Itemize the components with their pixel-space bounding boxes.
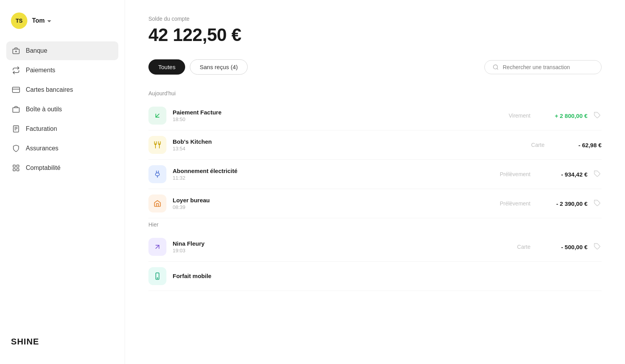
tag-icon[interactable]	[594, 112, 602, 120]
transaction-amount: - 62,98 €	[551, 142, 602, 148]
payments-icon	[12, 66, 20, 75]
transaction-info: Nina Fleury19:03	[173, 240, 477, 253]
main-content: Solde du compte 42 122,50 € Toutes Sans …	[125, 0, 625, 364]
transaction-name: Loyer bureau	[173, 197, 477, 203]
sidebar-item-label: Banque	[26, 47, 47, 54]
fork-icon	[148, 136, 166, 154]
tag-icon[interactable]	[594, 170, 602, 178]
transaction-type: Carte	[484, 244, 530, 250]
plug-icon	[148, 165, 166, 183]
svg-rect-5	[13, 108, 20, 112]
sidebar-item-assurances[interactable]: Assurances	[6, 139, 118, 158]
bank-icon	[12, 46, 20, 55]
table-row[interactable]: Paiement Facture18:50Virement+ 2 800,00 …	[148, 101, 602, 130]
user-name-button[interactable]: Tom	[32, 17, 51, 24]
transaction-name: Nina Fleury	[173, 240, 477, 247]
svg-rect-13	[17, 169, 19, 171]
tag-icon[interactable]	[594, 200, 602, 207]
tab-sans-recus[interactable]: Sans reçus (4)	[190, 59, 248, 75]
transaction-time: 08:39	[173, 204, 477, 210]
tools-icon	[12, 105, 20, 114]
search-wrapper	[484, 60, 602, 74]
sidebar-item-label: Paiements	[26, 67, 55, 74]
svg-rect-6	[13, 126, 18, 132]
sidebar-item-boite[interactable]: Boîte à outils	[6, 100, 118, 119]
transaction-amount: + 2 800,00 €	[537, 112, 588, 119]
transaction-type: Prélèvement	[484, 200, 530, 207]
transaction-info: Forfait mobile	[173, 273, 602, 280]
sidebar-item-cartes[interactable]: Cartes bancaires	[6, 80, 118, 99]
sidebar-item-label: Assurances	[26, 145, 59, 152]
transaction-list-0: Paiement Facture18:50Virement+ 2 800,00 …	[148, 101, 602, 218]
tag-icon[interactable]	[594, 243, 602, 251]
sidebar-item-label: Facturation	[26, 125, 57, 132]
section-label-0: Aujourd'hui	[148, 87, 602, 100]
svg-point-14	[493, 65, 498, 69]
transaction-name: Bob's Kitchen	[173, 138, 491, 145]
sidebar-item-facturation[interactable]: Facturation	[6, 120, 118, 138]
search-icon	[493, 64, 499, 70]
svg-line-15	[497, 68, 498, 70]
transaction-name: Forfait mobile	[173, 273, 602, 279]
transaction-time: 18:50	[173, 116, 477, 122]
section-label-1: Hier	[148, 218, 602, 231]
brand-logo: SHINE	[0, 329, 125, 355]
transaction-time: 13:54	[173, 146, 491, 152]
nav-menu: Banque Paiements Cartes bancaires Boîte …	[0, 41, 125, 329]
sidebar-item-banque[interactable]: Banque	[6, 41, 118, 60]
sidebar-header: TS Tom	[0, 9, 125, 41]
card-icon	[12, 86, 20, 94]
transaction-type: Virement	[484, 112, 530, 119]
insurance-icon	[12, 144, 20, 153]
svg-point-26	[157, 278, 158, 278]
transaction-type: Carte	[498, 142, 545, 148]
sidebar-item-paiements[interactable]: Paiements	[6, 61, 118, 80]
transaction-info: Bob's Kitchen13:54	[173, 138, 491, 152]
invoice-icon	[12, 125, 20, 133]
transaction-info: Loyer bureau08:39	[173, 197, 477, 210]
svg-rect-11	[17, 165, 19, 168]
transaction-amount: - 500,00 €	[537, 244, 588, 250]
svg-rect-20	[155, 173, 159, 176]
transaction-amount: - 2 390,00 €	[537, 200, 588, 207]
sidebar-item-comptabilite[interactable]: Comptabilité	[6, 159, 118, 177]
transaction-list-1: Nina Fleury19:03Carte- 500,00 €Forfait m…	[148, 232, 602, 291]
svg-rect-10	[13, 165, 16, 168]
tab-toutes[interactable]: Toutes	[148, 59, 185, 75]
sidebar-item-label: Comptabilité	[26, 164, 61, 171]
sidebar-item-label: Boîte à outils	[26, 106, 62, 113]
arrow-up-right-icon	[148, 238, 166, 256]
chevron-down-icon	[47, 20, 51, 22]
svg-rect-12	[13, 169, 16, 171]
accounting-icon	[12, 164, 20, 172]
svg-line-23	[156, 245, 159, 248]
balance-label: Solde du compte	[148, 16, 602, 22]
avatar: TS	[11, 12, 27, 29]
transaction-amount: - 934,42 €	[537, 171, 588, 178]
transactions-container: Aujourd'huiPaiement Facture18:50Virement…	[148, 87, 602, 291]
filter-row: Toutes Sans reçus (4)	[148, 59, 602, 75]
transaction-time: 19:03	[173, 248, 477, 253]
sidebar-item-label: Cartes bancaires	[26, 86, 73, 93]
table-row[interactable]: Forfait mobile	[148, 262, 602, 291]
table-row[interactable]: Bob's Kitchen13:54Carte- 62,98 €	[148, 130, 602, 160]
svg-line-16	[156, 114, 159, 117]
svg-rect-3	[12, 87, 20, 92]
phone-icon	[148, 267, 166, 285]
arrow-down-left-icon	[148, 107, 166, 125]
balance-amount: 42 122,50 €	[148, 24, 602, 45]
sidebar: TS Tom Banque Paiements Cartes bancaires	[0, 0, 125, 364]
transaction-name: Paiement Facture	[173, 109, 477, 116]
search-input[interactable]	[503, 64, 593, 70]
transaction-info: Abonnement électricité11:32	[173, 168, 477, 181]
transaction-info: Paiement Facture18:50	[173, 109, 477, 122]
home-icon	[148, 194, 166, 212]
table-row[interactable]: Nina Fleury19:03Carte- 500,00 €	[148, 232, 602, 262]
table-row[interactable]: Loyer bureau08:39Prélèvement- 2 390,00 €	[148, 189, 602, 218]
transaction-time: 11:32	[173, 175, 477, 181]
transaction-name: Abonnement électricité	[173, 168, 477, 174]
table-row[interactable]: Abonnement électricité11:32Prélèvement- …	[148, 160, 602, 189]
transaction-type: Prélèvement	[484, 171, 530, 177]
